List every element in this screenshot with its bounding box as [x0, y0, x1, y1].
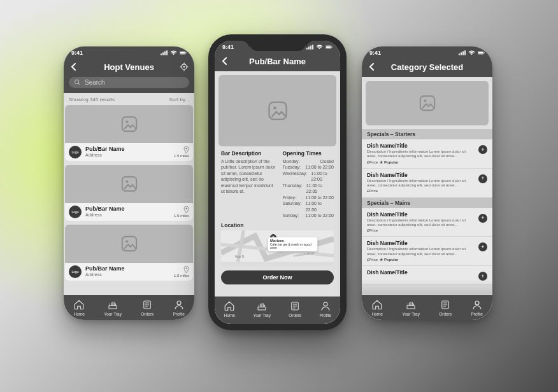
- pin-icon: [183, 206, 189, 213]
- status-time: 9:41: [71, 50, 83, 56]
- search-input[interactable]: Search: [69, 77, 189, 88]
- venue-name: Pub/Bar Name: [85, 266, 170, 272]
- venue-distance: 1.5 miles: [174, 266, 189, 277]
- tab-label: Home: [224, 313, 234, 318]
- tab-label: Profile: [471, 312, 482, 316]
- wifi-icon: [170, 50, 177, 55]
- phone-venues: 9:41 Hopt Venues Search Showing 345 resu…: [64, 46, 194, 320]
- venue-distance: 1.5 miles: [174, 146, 189, 158]
- tab-home[interactable]: Home: [73, 299, 85, 316]
- dish-meta: £Price ★ Popular: [367, 258, 475, 262]
- dish-row[interactable]: Dish Name/Title Description / Ingredient…: [362, 208, 492, 237]
- venue-logo: Logo: [69, 265, 82, 278]
- tab-orders[interactable]: Orders: [289, 300, 301, 318]
- hours-row: Tuesday:11:00 to 22:00: [283, 164, 334, 170]
- add-dish-button[interactable]: +: [478, 242, 487, 251]
- tab-label: Profile: [319, 313, 331, 318]
- svg-point-14: [125, 180, 128, 183]
- svg-rect-2: [164, 52, 166, 55]
- sort-button[interactable]: Sort by...: [169, 97, 189, 102]
- tab-orders[interactable]: Orders: [141, 299, 154, 316]
- dish-row[interactable]: Dish Name/Title Description / Ingredient…: [362, 237, 492, 266]
- svg-rect-6: [186, 52, 187, 53]
- svg-rect-5: [180, 52, 185, 54]
- pin-icon: [183, 266, 189, 273]
- dish-row[interactable]: Dish Name/Title +: [362, 266, 492, 284]
- venue-image-placeholder: [65, 165, 193, 203]
- dish-row[interactable]: Dish Name/Title Description / Ingredient…: [362, 169, 492, 198]
- svg-point-18: [185, 267, 187, 269]
- page-title: Category Selected: [381, 62, 473, 72]
- battery-icon: [326, 45, 333, 50]
- tab-orders[interactable]: Orders: [439, 299, 452, 316]
- venue-card[interactable]: Logo Pub/Bar Name Address 1.5 miles: [65, 105, 193, 161]
- page-title: Pub/Bar Name: [234, 57, 321, 66]
- tab-label: Home: [73, 312, 84, 316]
- section-heading: Specials – Mains: [362, 198, 492, 208]
- add-dish-button[interactable]: +: [478, 145, 487, 154]
- location-button[interactable]: [179, 62, 189, 72]
- notch: [250, 41, 306, 51]
- svg-rect-0: [161, 53, 162, 55]
- venue-card[interactable]: Logo Pub/Bar Name Address 1.5 miles: [65, 165, 193, 221]
- tab-bar: HomeYour TrayOrdersProfile: [64, 295, 194, 320]
- add-dish-button[interactable]: +: [478, 174, 487, 183]
- tab-bar: HomeYour TrayOrdersProfile: [362, 295, 492, 320]
- wifi-icon: [468, 50, 475, 55]
- svg-point-37: [324, 302, 327, 306]
- tab-label: Orders: [141, 312, 154, 316]
- tab-home[interactable]: Home: [371, 299, 383, 316]
- add-dish-button[interactable]: +: [478, 272, 487, 281]
- svg-rect-39: [461, 52, 462, 55]
- svg-point-11: [125, 120, 128, 123]
- order-now-button[interactable]: Order Now: [221, 270, 334, 284]
- dish-row[interactable]: Dish Name/Title Description / Ingredient…: [362, 139, 492, 169]
- hero-image-placeholder: [218, 75, 336, 146]
- map[interactable]: High St Cranbrook Mews Marizes Cafe bar …: [221, 230, 334, 266]
- svg-point-8: [183, 66, 185, 67]
- venue-address: Address: [85, 272, 170, 277]
- hours-row: Saturday:11:00 to 22:00: [283, 200, 334, 213]
- map-pin-subtitle: Cafe bar pie & mash or wood oven: [270, 242, 311, 250]
- tab-home[interactable]: Home: [224, 300, 235, 318]
- phone-detail: 9:41 Pub/Bar Name Bar Description A Litt…: [215, 41, 340, 324]
- svg-point-21: [177, 301, 181, 305]
- tab-your-tray[interactable]: Your Tray: [402, 299, 420, 316]
- search-placeholder: Search: [85, 79, 105, 86]
- venue-name: Pub/Bar Name: [85, 206, 170, 213]
- tab-label: Orders: [289, 313, 301, 318]
- battery-icon: [478, 50, 485, 55]
- svg-point-17: [125, 240, 128, 242]
- tab-your-tray[interactable]: Your Tray: [104, 299, 122, 316]
- signal-icon: [459, 50, 466, 55]
- venue-distance: 1.5 miles: [174, 206, 189, 218]
- svg-rect-38: [459, 53, 460, 55]
- phone-detail-frame: 9:41 Pub/Bar Name Bar Description A Litt…: [208, 34, 347, 330]
- page-title: Hopt Venues: [83, 62, 175, 72]
- tab-profile[interactable]: Profile: [319, 300, 331, 318]
- svg-rect-41: [464, 50, 466, 55]
- venue-logo: Logo: [69, 206, 82, 218]
- dish-name: Dish Name/Title: [367, 240, 475, 246]
- dish-description: Description / Ingredients information Lo…: [367, 179, 475, 188]
- tab-label: Your Tray: [253, 313, 271, 318]
- venue-logo: Logo: [69, 146, 82, 158]
- venue-card[interactable]: Logo Pub/Bar Name Address 1.5 miles: [65, 225, 193, 281]
- add-dish-button[interactable]: +: [478, 214, 487, 223]
- dish-description: Description / Ingredients information Lo…: [367, 150, 475, 158]
- svg-rect-40: [462, 52, 464, 55]
- svg-rect-43: [478, 52, 483, 54]
- tab-profile[interactable]: Profile: [471, 299, 482, 316]
- back-button[interactable]: [69, 62, 79, 72]
- svg-point-30: [273, 106, 276, 109]
- tab-your-tray[interactable]: Your Tray: [253, 300, 271, 318]
- tab-profile[interactable]: Profile: [173, 299, 184, 316]
- phone-category: 9:41 Category Selected Specials – Starte…: [362, 46, 492, 320]
- svg-rect-1: [162, 52, 164, 55]
- back-button[interactable]: [367, 62, 377, 72]
- back-button[interactable]: [220, 56, 230, 66]
- dish-meta: £Price ★ Popular: [367, 160, 475, 165]
- svg-text:High St: High St: [235, 256, 245, 259]
- dish-name: Dish Name/Title: [367, 211, 475, 218]
- svg-point-46: [424, 99, 426, 102]
